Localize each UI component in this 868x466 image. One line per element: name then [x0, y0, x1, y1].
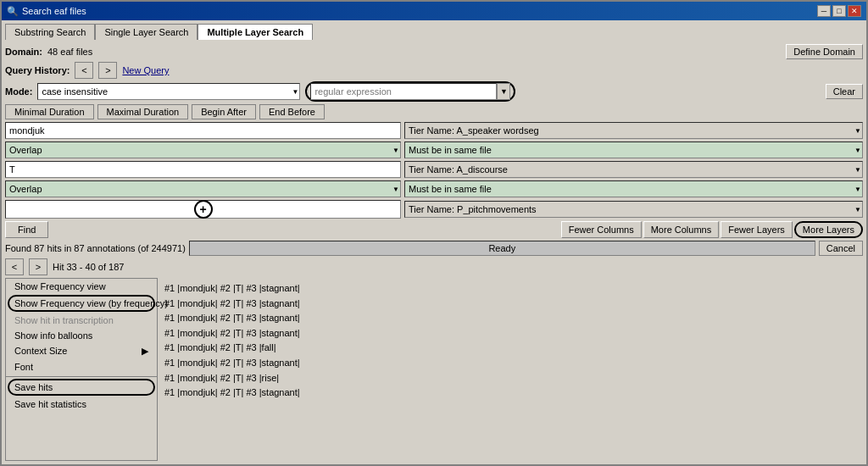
layer-3-text-row: + Tier Name: P_pitchmovements [5, 200, 863, 219]
main-window: 🔍 Search eaf files ─ □ ✕ Substring Searc… [0, 0, 868, 466]
find-row: Find Fewer Columns More Columns Fewer La… [5, 221, 863, 238]
result-row-8: #1 |mondjuk| #2 |T| #3 |stagnant| [164, 386, 856, 401]
fewer-columns-button[interactable]: Fewer Columns [561, 221, 642, 238]
domain-value: 48 eaf files [47, 47, 92, 57]
menu-save-hits[interactable]: Save hits [8, 379, 155, 396]
close-button[interactable]: ✕ [848, 5, 861, 17]
prev-query-button[interactable]: < [75, 62, 93, 79]
end-before-button[interactable]: End Before [259, 104, 325, 119]
layer-2-tier-select[interactable]: Tier Name: A_discourse [404, 161, 863, 178]
mode-select[interactable]: case insensitive [37, 83, 300, 100]
layer-2-text-row: Tier Name: A_discourse [5, 161, 863, 178]
menu-show-hit-transcription: Show hit in transcription [6, 313, 157, 328]
layer-2-relation-select[interactable]: Overlap [5, 180, 401, 197]
layer-1-constraint-select[interactable]: Must be in same file [404, 141, 863, 158]
menu-font[interactable]: Font [6, 359, 157, 374]
minimize-button[interactable]: ─ [817, 5, 831, 17]
tab-substring-search[interactable]: Substring Search [5, 24, 95, 40]
layer-1-relation-row: Overlap Must be in same file [5, 141, 863, 158]
cancel-button[interactable]: Cancel [819, 241, 863, 256]
ready-text: Ready [488, 243, 515, 253]
define-domain-button[interactable]: Define Domain [786, 44, 863, 59]
title-bar: 🔍 Search eaf files ─ □ ✕ [2, 2, 866, 20]
window-icon: 🔍 [7, 6, 19, 17]
regex-input[interactable] [310, 83, 497, 100]
layer-1-text-row: Tier Name: A_speaker wordseg [5, 122, 863, 139]
plus-icon: + [194, 200, 213, 219]
menu-show-info-balloons[interactable]: Show info balloons [6, 328, 157, 343]
fewer-layers-button[interactable]: Fewer Layers [721, 221, 793, 238]
next-page-button[interactable]: > [29, 258, 47, 275]
clear-button[interactable]: Clear [826, 84, 863, 99]
result-row-5: #1 |mondjuk| #2 |T| #3 |fall| [164, 341, 856, 356]
result-row-3: #1 |mondjuk| #2 |T| #3 |stagnant| [164, 311, 856, 326]
regex-dropdown-arrow[interactable]: ▼ [497, 83, 510, 100]
pagination-info: Hit 33 - 40 of 187 [53, 262, 124, 272]
next-query-button[interactable]: > [98, 62, 117, 79]
status-row: Found 87 hits in 87 annotations (of 2449… [5, 241, 863, 256]
result-row-6: #1 |mondjuk| #2 |T| #3 |stagnant| [164, 356, 856, 371]
new-query-link[interactable]: New Query [122, 65, 169, 75]
add-layer-button[interactable]: + [5, 200, 401, 219]
domain-row: Domain: 48 eaf files Define Domain [5, 44, 863, 59]
result-row-1: #1 |mondjuk| #2 |T| #3 |stagnant| [164, 281, 856, 297]
mode-label: Mode: [5, 86, 32, 97]
menu-save-hit-statistics[interactable]: Save hit statistics [6, 397, 157, 412]
query-history-label: Query History: [5, 65, 70, 75]
result-row-2: #1 |mondjuk| #2 |T| #3 |stagnant| [164, 297, 856, 312]
domain-label: Domain: [5, 47, 42, 57]
result-row-7: #1 |mondjuk| #2 |T| #3 |rise| [164, 371, 856, 386]
layer-2-text-input[interactable] [5, 161, 401, 178]
minimal-duration-button[interactable]: Minimal Duration [5, 104, 94, 119]
layer-1-tier-select[interactable]: Tier Name: A_speaker wordseg [404, 122, 863, 139]
menu-separator [6, 376, 157, 377]
tab-bar: Substring Search Single Layer Search Mul… [5, 24, 863, 40]
title-bar-left: 🔍 Search eaf files [7, 6, 86, 17]
result-row-4: #1 |mondjuk| #2 |T| #3 |stagnant| [164, 326, 856, 341]
prev-page-button[interactable]: < [5, 258, 24, 275]
layer-2-relation-row: Overlap Must be in same file [5, 180, 863, 197]
search-area: Tier Name: A_speaker wordseg Overlap Mus… [5, 122, 863, 219]
submenu-arrow-icon: ▶ [142, 346, 148, 357]
layer-3-tier-select[interactable]: Tier Name: P_pitchmovements [404, 201, 863, 218]
layer-2-relation-wrapper: Overlap [5, 180, 401, 197]
menu-show-frequency-by-frequency[interactable]: Show Frequency view (by frequency) [8, 295, 155, 312]
tab-multiple-layer-search[interactable]: Multiple Layer Search [198, 24, 313, 40]
progress-bar: Ready [189, 241, 815, 256]
layer-1-tier-wrapper: Tier Name: A_speaker wordseg [404, 122, 863, 139]
layer-1-relation-select[interactable]: Overlap [5, 141, 401, 158]
layer-2-constraint-select[interactable]: Must be in same file [404, 180, 863, 197]
context-menu: Show Frequency view Show Frequency view … [5, 278, 158, 461]
window-title: Search eaf files [22, 6, 86, 16]
query-history-row: Query History: < > New Query [5, 62, 863, 79]
maximal-duration-button[interactable]: Maximal Duration [97, 104, 189, 119]
layer-2-constraint-wrapper: Must be in same file [404, 180, 863, 197]
mode-row: Mode: case insensitive ▼ Clear [5, 81, 863, 102]
layer-2-tier-wrapper: Tier Name: A_discourse [404, 161, 863, 178]
menu-show-frequency-view[interactable]: Show Frequency view [6, 279, 157, 294]
layer-1-constraint-wrapper: Must be in same file [404, 141, 863, 158]
column-layer-buttons: Fewer Columns More Columns Fewer Layers … [561, 221, 863, 238]
more-columns-button[interactable]: More Columns [643, 221, 720, 238]
maximize-button[interactable]: □ [832, 5, 846, 17]
found-text: Found 87 hits in 87 annotations (of 2449… [5, 243, 186, 253]
content-area: Substring Search Single Layer Search Mul… [2, 20, 866, 464]
pagination-row: < > Hit 33 - 40 of 187 [5, 258, 863, 275]
mode-select-wrapper: case insensitive [37, 83, 300, 100]
more-layers-button[interactable]: More Layers [794, 221, 863, 238]
tab-single-layer-search[interactable]: Single Layer Search [95, 24, 198, 40]
layer-1-text-input[interactable] [5, 122, 401, 139]
begin-after-button[interactable]: Begin After [192, 104, 256, 119]
menu-context-size[interactable]: Context Size ▶ [6, 343, 157, 359]
regex-wrapper: ▼ [305, 81, 515, 102]
title-bar-controls: ─ □ ✕ [817, 5, 861, 17]
results-area: Show Frequency view Show Frequency view … [5, 278, 863, 461]
layer-3-tier-wrapper: Tier Name: P_pitchmovements [404, 201, 863, 218]
find-button[interactable]: Find [5, 221, 48, 238]
duration-row: Minimal Duration Maximal Duration Begin … [5, 104, 863, 119]
layer-1-relation-wrapper: Overlap [5, 141, 401, 158]
results-list: #1 |mondjuk| #2 |T| #3 |stagnant| #1 |mo… [158, 278, 863, 461]
